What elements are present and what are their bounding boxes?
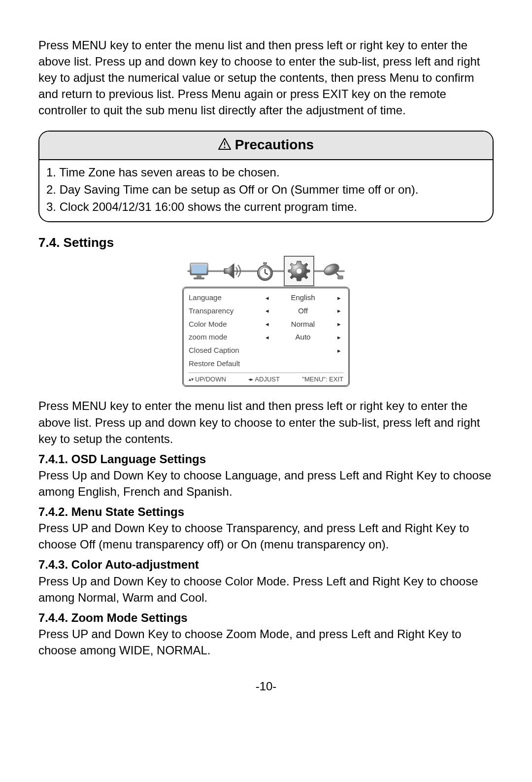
menu-row-language: Language ◂ English ▸ — [189, 291, 343, 305]
menu-row-color-mode: Color Mode ◂ Normal ▸ — [189, 318, 343, 331]
right-arrow-icon: ▸ — [334, 333, 343, 342]
right-arrow-icon: ▸ — [334, 306, 343, 315]
menu-value: Off — [271, 306, 334, 316]
page-number: -10- — [38, 678, 494, 694]
intro-paragraph: Press MENU key to enter the menu list an… — [38, 37, 494, 119]
section-7-4-4-heading: 7.4.4. Zoom Mode Settings — [38, 610, 494, 626]
settings-heading: 7.4. Settings — [38, 234, 494, 252]
right-arrow-icon: ▸ — [334, 320, 343, 329]
precautions-item: 3. Clock 2004/12/31 16:00 shows the curr… — [46, 199, 486, 215]
menu-label: Closed Caption — [189, 345, 263, 356]
left-arrow-icon: ◂ — [263, 306, 271, 315]
gear-icon — [284, 256, 314, 286]
section-7-4-1-text: Press Up and Down Key to choose Language… — [38, 467, 494, 500]
precautions-title: Precautions — [235, 136, 314, 155]
menu-row-transparency: Transparency ◂ Off ▸ — [189, 305, 343, 318]
section-7-4-2-heading: 7.4.2. Menu State Settings — [38, 504, 494, 520]
menu-value: Normal — [271, 319, 334, 330]
menu-footer: ▴▾UP/DOWN ◂▸ADJUST "MENU": EXIT — [189, 373, 343, 384]
svg-point-2 — [224, 147, 225, 148]
left-arrow-icon: ◂ — [263, 333, 271, 342]
satellite-icon — [319, 258, 347, 284]
footer-exit: "MENU": EXIT — [302, 375, 343, 384]
left-arrow-icon: ◂ — [263, 320, 271, 329]
warning-icon — [218, 138, 231, 150]
svg-rect-5 — [197, 275, 201, 277]
menu-tab-icons — [182, 256, 350, 286]
svg-rect-4 — [192, 265, 206, 273]
section-7-4-2-text: Press UP and Down Key to choose Transpar… — [38, 520, 494, 552]
menu-row-closed-caption: Closed Caption ▸ — [189, 344, 343, 357]
precautions-item: 2. Day Saving Time can be setup as Off o… — [46, 181, 486, 198]
footer-updown: ▴▾UP/DOWN — [189, 375, 226, 384]
up-down-arrows-icon: ▴▾ — [189, 376, 194, 383]
svg-rect-16 — [337, 275, 343, 279]
menu-label: Language — [189, 293, 263, 303]
speaker-icon — [218, 258, 246, 284]
footer-adjust: ◂▸ADJUST — [248, 375, 280, 384]
monitor-icon — [185, 258, 213, 284]
menu-body: Language ◂ English ▸ Transparency ◂ Off … — [182, 287, 350, 387]
precautions-box: Precautions 1. Time Zone has seven areas… — [38, 131, 494, 222]
section-7-4-3-text: Press Up and Down Key to choose Color Mo… — [38, 573, 494, 606]
menu-row-restore-default: Restore Default — [189, 357, 343, 371]
precautions-header: Precautions — [39, 132, 493, 161]
right-arrow-icon: ▸ — [334, 294, 343, 303]
menu-label: Transparency — [189, 306, 263, 316]
precautions-body: 1. Time Zone has seven areas to be chose… — [39, 160, 493, 221]
menu-row-zoom-mode: zoom mode ◂ Auto ▸ — [189, 331, 343, 344]
settings-menu-figure: Language ◂ English ▸ Transparency ◂ Off … — [38, 256, 494, 387]
left-right-arrows-icon: ◂▸ — [248, 376, 253, 383]
menu-label: Restore Default — [189, 359, 263, 369]
menu-value: English — [271, 293, 334, 303]
svg-rect-6 — [194, 277, 204, 279]
section-7-4-1-heading: 7.4.1. OSD Language Settings — [38, 451, 494, 467]
menu-value: Auto — [271, 332, 334, 342]
precautions-item: 1. Time Zone has seven areas to be chose… — [46, 164, 486, 180]
menu-label: zoom mode — [189, 332, 263, 342]
svg-rect-12 — [264, 264, 266, 266]
section-7-4-4-text: Press UP and Down Key to choose Zoom Mod… — [38, 626, 494, 658]
section-7-4-3-heading: 7.4.3. Color Auto-adjustment — [38, 556, 494, 573]
settings-intro-paragraph: Press MENU key to enter the menu list an… — [38, 398, 494, 446]
clock-icon — [251, 258, 279, 284]
menu-label: Color Mode — [189, 319, 263, 330]
svg-point-13 — [296, 268, 302, 274]
right-arrow-icon: ▸ — [334, 346, 343, 355]
left-arrow-icon: ◂ — [263, 294, 271, 303]
